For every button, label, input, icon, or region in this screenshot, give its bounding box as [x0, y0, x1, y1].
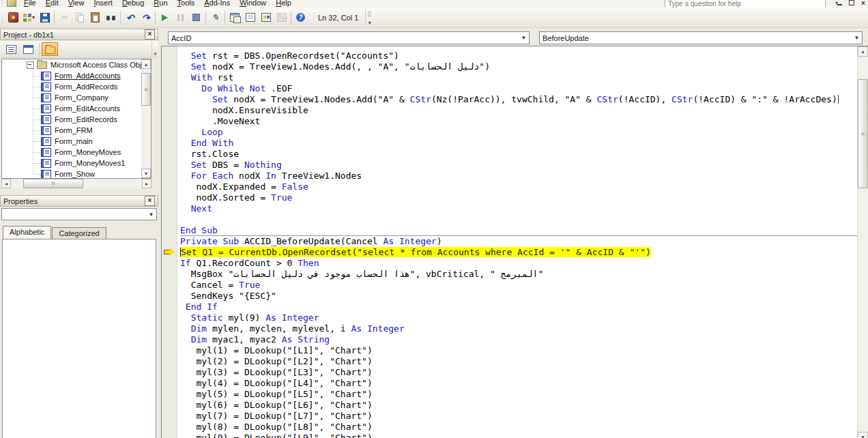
tree-item-form_editaccounts[interactable]: Form_EditAccounts	[2, 103, 141, 114]
menu-insert[interactable]: Insert	[89, 0, 117, 8]
design-mode-button[interactable]	[207, 10, 223, 25]
tree-item-form_addaccounts[interactable]: Form_AddAccounts	[2, 70, 141, 81]
project-toolbar-overflow-button[interactable]: ▾	[151, 41, 158, 58]
code-line: myl(1) = DLookup("[L1]", "Chart")	[180, 345, 857, 356]
properties-close-icon[interactable]: ×	[145, 196, 155, 206]
reset-button[interactable]	[188, 10, 204, 25]
object-browser-button[interactable]	[258, 10, 274, 25]
minimize-button[interactable]	[837, 0, 843, 6]
menu-view[interactable]: View	[63, 0, 89, 8]
menu-tools[interactable]: Tools	[173, 0, 200, 8]
standard-toolbar: ▾ Ln 32, Col 1 ▾	[0, 8, 868, 28]
toolbar-grip[interactable]	[1, 11, 4, 25]
menubar-grip[interactable]	[1, 0, 4, 7]
menu-window[interactable]: Window	[235, 0, 271, 8]
chevron-down-icon[interactable]: ▾	[32, 14, 35, 20]
chevron-down-icon[interactable]: ▼	[146, 211, 156, 218]
view-access-button[interactable]	[5, 10, 21, 25]
tree-vertical-scrollbar[interactable]: ▲ ▼	[141, 59, 151, 178]
redo-button[interactable]	[138, 10, 154, 25]
reset-icon	[192, 14, 200, 21]
menu-debug[interactable]: Debug	[117, 0, 149, 8]
insert-object-icon	[23, 14, 31, 22]
undo-button[interactable]	[122, 10, 138, 25]
paste-button[interactable]	[87, 10, 103, 25]
tree-item-form_company[interactable]: Form_Company	[2, 92, 141, 103]
question-help-box[interactable]	[665, 0, 826, 8]
run-button[interactable]	[157, 10, 173, 25]
properties-list[interactable]	[2, 239, 156, 438]
tree-item-form_editrecords[interactable]: Form_EditRecords	[2, 114, 141, 125]
save-icon	[40, 13, 50, 23]
tab-categorized[interactable]: Categorized	[52, 227, 106, 239]
properties-object-combobox[interactable]: ▼	[1, 208, 157, 220]
project-explorer-button[interactable]	[227, 10, 242, 25]
code-line: Set nodX = TreeView1.Nodes.Add("A" & CSt…	[180, 94, 857, 105]
chevron-down-icon[interactable]: ▼	[519, 35, 529, 41]
code-margin[interactable]	[162, 46, 177, 438]
form-icon	[41, 126, 51, 135]
question-help-input[interactable]	[665, 0, 826, 8]
scrollbar-thumb[interactable]	[858, 79, 868, 188]
tree-root-node[interactable]: Microsoft Access Class Objects	[2, 59, 141, 70]
insert-object-button[interactable]: ▾	[21, 10, 37, 25]
scroll-down-icon[interactable]: ▼	[858, 432, 868, 438]
form-icon	[41, 148, 51, 157]
scroll-up-icon[interactable]: ▲	[141, 59, 151, 69]
toolbar-separator	[205, 11, 206, 25]
copy-icon	[76, 13, 84, 22]
collapse-expander-icon[interactable]	[27, 61, 34, 69]
toolbar-overflow-button[interactable]: ▾	[365, 10, 373, 26]
view-object-button[interactable]	[20, 42, 36, 56]
code-vertical-scrollbar[interactable]: ▲ ▼	[857, 46, 868, 438]
tree-item-label: Form_Company	[55, 93, 108, 102]
project-close-icon[interactable]: ×	[145, 29, 155, 40]
object-browser-icon	[261, 13, 271, 22]
procedure-dropdown[interactable]: BeforeUpdate ▼	[539, 31, 863, 44]
scroll-down-icon[interactable]: ▼	[141, 169, 151, 178]
menu-run[interactable]: Run	[149, 0, 172, 8]
tree-item-label: Form_Show	[55, 170, 95, 178]
menu-edit[interactable]: Edit	[41, 0, 63, 8]
tree-item-form_main[interactable]: Form_main	[2, 136, 141, 147]
tree-item-form_frm[interactable]: Form_FRM	[2, 125, 141, 136]
tab-alphabetic[interactable]: Alphabetic	[3, 226, 51, 239]
close-button[interactable]: ×	[860, 0, 867, 6]
save-button[interactable]	[37, 10, 53, 25]
form-icon	[41, 170, 51, 179]
toggle-folders-button[interactable]	[42, 42, 58, 56]
restore-button[interactable]	[848, 0, 855, 6]
view-object-icon	[23, 45, 33, 54]
menu-file[interactable]: File	[19, 0, 41, 8]
project-panel-toolbar: ▾	[0, 41, 158, 58]
view-code-button[interactable]	[3, 42, 19, 56]
tree-item-label: Form_MoneyMoves1	[55, 159, 125, 167]
help-button[interactable]	[293, 10, 308, 25]
properties-panel-titlebar[interactable]: Properties ×	[0, 195, 158, 207]
tree-horizontal-scrollbar[interactable]: ◄ ►	[1, 179, 151, 188]
scrollbar-thumb[interactable]	[23, 179, 83, 188]
scroll-up-icon[interactable]: ▲	[858, 46, 868, 57]
scrollbar-thumb[interactable]	[141, 73, 151, 106]
find-button[interactable]	[103, 10, 119, 25]
tree-item-form_addrecords[interactable]: Form_AddRecords	[2, 81, 141, 92]
tree-item-form_moneymoves1[interactable]: Form_MoneyMoves1	[2, 158, 141, 169]
scroll-left-icon[interactable]: ◄	[1, 179, 11, 188]
project-tree: Microsoft Access Class Objects Form_AddA…	[1, 59, 151, 179]
code-editor[interactable]: Set rst = DBS.OpenRecordset("Accounts") …	[161, 46, 868, 438]
menu-addins[interactable]: Add-Ins	[199, 0, 235, 8]
menu-bar: FileEditViewInsertDebugRunToolsAdd-InsWi…	[0, 0, 868, 8]
tree-item-form_moneymoves[interactable]: Form_MoneyMoves	[2, 147, 141, 158]
cut-button	[56, 10, 72, 25]
scroll-right-icon[interactable]: ►	[142, 179, 151, 188]
properties-window-button[interactable]	[242, 10, 258, 25]
project-panel-titlebar[interactable]: Project - db1x1 ×	[0, 29, 158, 40]
run-icon	[162, 14, 168, 21]
menu-help[interactable]: Help	[271, 0, 296, 8]
tree-item-form_show[interactable]: Form_Show	[2, 169, 141, 178]
code-content[interactable]: Set rst = DBS.OpenRecordset("Accounts") …	[177, 46, 857, 438]
access-icon	[8, 12, 18, 23]
code-line: End If	[180, 302, 857, 312]
chevron-down-icon[interactable]: ▼	[852, 35, 862, 41]
object-dropdown[interactable]: AccID ▼	[168, 31, 530, 44]
